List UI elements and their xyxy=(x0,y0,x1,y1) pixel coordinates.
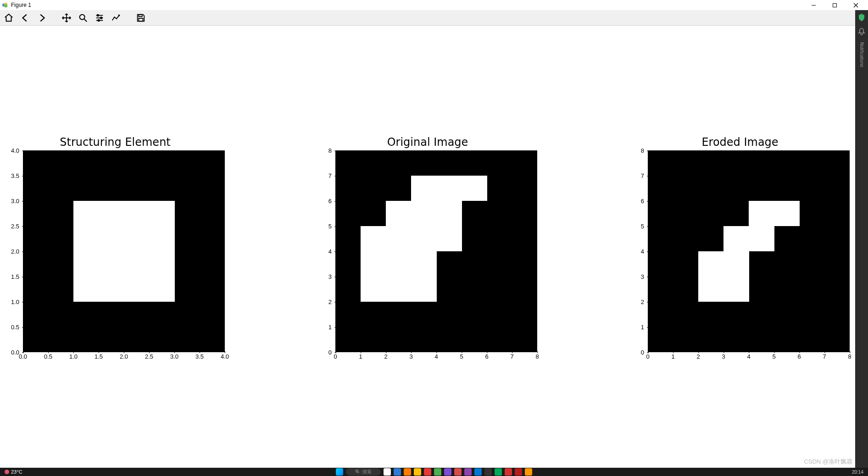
svg-point-12 xyxy=(97,14,99,16)
white-cell xyxy=(462,176,487,201)
task-icon[interactable] xyxy=(515,468,522,476)
subplot-eroded-image: Eroded Image 012345678 012345678 xyxy=(629,136,851,352)
save-icon[interactable] xyxy=(135,12,147,24)
y-tick-label: 1 xyxy=(629,324,647,331)
y-tick-label: 0.5 xyxy=(4,324,22,331)
x-tick-label: 4 xyxy=(434,353,438,360)
axes-original[interactable]: 012345678 012345678 xyxy=(335,150,537,352)
task-icon[interactable] xyxy=(454,468,462,476)
y-tick-label: 1.5 xyxy=(4,273,22,280)
task-icon[interactable] xyxy=(464,468,472,476)
x-tick-label: 2 xyxy=(696,353,700,360)
y-tick-label: 4.0 xyxy=(4,147,22,154)
subplot-structuring-element: Structuring Element 0.00.51.01.52.02.53.… xyxy=(5,136,226,352)
x-tick-label: 2.0 xyxy=(120,353,128,360)
white-cell xyxy=(411,201,437,227)
forward-icon[interactable] xyxy=(36,12,48,24)
x-tick-label: 0 xyxy=(646,353,649,360)
edit-icon[interactable] xyxy=(110,12,122,24)
white-cell xyxy=(774,201,800,227)
x-tick-label: 3.0 xyxy=(170,353,178,360)
x-tick-label: 5 xyxy=(460,353,463,360)
y-tick-label: 3 xyxy=(316,273,334,280)
white-cell xyxy=(73,251,124,302)
task-icon[interactable] xyxy=(434,468,441,476)
y-tick-label: 0 xyxy=(316,349,334,356)
task-icon[interactable] xyxy=(495,468,502,476)
y-tick-label: 3 xyxy=(629,273,647,280)
watermark-text: CSDN @洛叶飘霜 xyxy=(804,458,852,466)
task-icon[interactable] xyxy=(404,468,411,476)
subplot-title: Eroded Image xyxy=(629,136,851,149)
task-icon[interactable] xyxy=(384,468,391,476)
system-tray[interactable]: 20:14 xyxy=(852,470,863,475)
white-cell xyxy=(698,277,724,302)
home-icon[interactable] xyxy=(3,12,15,24)
y-tick-label: 5 xyxy=(629,223,647,230)
white-cell xyxy=(411,251,437,277)
task-icon[interactable] xyxy=(474,468,482,476)
axes-structuring[interactable]: 0.00.51.01.52.02.53.03.54.0 0.00.51.01.5… xyxy=(23,150,225,352)
mpl-toolbar xyxy=(0,10,868,26)
y-tick-label: 2.0 xyxy=(4,248,22,255)
task-icon[interactable] xyxy=(424,468,431,476)
task-icon[interactable] xyxy=(414,468,421,476)
white-cell xyxy=(698,251,724,277)
y-tick-label: 6 xyxy=(629,198,647,205)
figure-canvas[interactable]: Structuring Element 0.00.51.01.52.02.53.… xyxy=(0,26,855,468)
x-tick-label: 8 xyxy=(848,353,851,360)
white-cell xyxy=(723,277,749,302)
white-cell xyxy=(361,277,386,302)
back-icon[interactable] xyxy=(19,12,31,24)
task-icon[interactable] xyxy=(484,468,492,476)
svg-line-18 xyxy=(358,472,359,473)
y-tick-label: 8 xyxy=(629,147,647,154)
os-taskbar: 23°C 搜索 20: xyxy=(0,468,868,476)
task-icon[interactable] xyxy=(394,468,401,476)
white-cell xyxy=(436,201,462,227)
bell-icon[interactable] xyxy=(857,27,866,36)
svg-point-2 xyxy=(4,4,7,7)
white-cell xyxy=(73,201,124,252)
task-icon[interactable] xyxy=(525,468,532,476)
close-button[interactable] xyxy=(845,0,866,10)
shield-icon[interactable] xyxy=(857,13,866,22)
subplot-original-image: Original Image 012345678 012345678 xyxy=(317,136,538,352)
search-icon xyxy=(355,469,360,475)
x-tick-label: 1.0 xyxy=(69,353,78,360)
white-cell xyxy=(411,277,437,302)
white-cell xyxy=(749,226,774,252)
y-tick-label: 4 xyxy=(316,248,334,255)
search-input[interactable]: 搜索 xyxy=(346,468,381,476)
x-tick-label: 4.0 xyxy=(221,353,229,360)
weather-temp: 23°C xyxy=(11,469,22,475)
white-cell xyxy=(124,201,175,252)
weather-widget[interactable]: 23°C xyxy=(5,469,22,475)
ide-sidebar: Notifications xyxy=(855,10,868,476)
x-tick-label: 3.5 xyxy=(195,353,204,360)
task-icon[interactable] xyxy=(505,468,512,476)
maximize-button[interactable] xyxy=(824,0,845,10)
y-tick-label: 1.0 xyxy=(4,299,22,305)
x-tick-label: 7 xyxy=(510,353,513,360)
configure-icon[interactable] xyxy=(94,12,106,24)
white-cell xyxy=(723,226,749,252)
white-cell xyxy=(124,251,175,302)
x-tick-label: 1.5 xyxy=(95,353,103,360)
y-tick-label: 8 xyxy=(316,147,334,154)
pan-icon[interactable] xyxy=(61,12,72,24)
axes-eroded[interactable]: 012345678 012345678 xyxy=(648,150,850,352)
white-cell xyxy=(411,176,437,201)
start-icon[interactable] xyxy=(336,468,343,476)
svg-rect-4 xyxy=(833,3,836,7)
svg-rect-15 xyxy=(139,14,142,17)
x-tick-label: 6 xyxy=(797,353,801,360)
app-icon xyxy=(2,2,8,8)
zoom-icon[interactable] xyxy=(77,12,89,24)
minimize-button[interactable] xyxy=(803,0,824,10)
white-cell xyxy=(749,201,774,227)
task-icon[interactable] xyxy=(444,468,451,476)
white-cell xyxy=(386,277,412,302)
y-tick-label: 2 xyxy=(316,299,334,305)
svg-point-17 xyxy=(356,470,358,472)
